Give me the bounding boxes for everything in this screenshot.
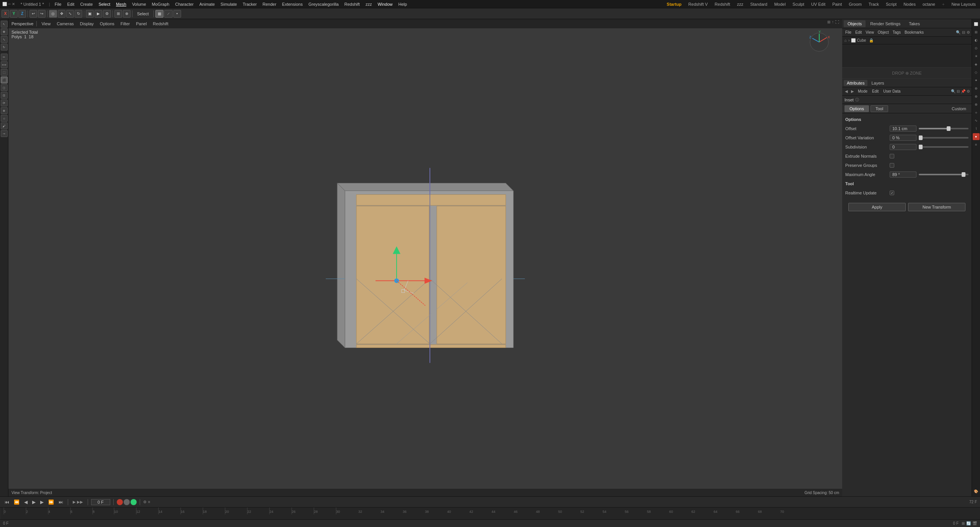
- rail-obj-btn[interactable]: ⬜: [973, 21, 980, 28]
- tab-render-settings[interactable]: Render Settings: [866, 20, 904, 27]
- cameras-menu[interactable]: Cameras: [55, 21, 75, 26]
- knife-tool-btn[interactable]: ✂: [1, 54, 8, 60]
- menu-mesh[interactable]: Mesh: [113, 1, 129, 7]
- attr-settings-icon[interactable]: ⚙: [967, 89, 970, 93]
- menu-volume[interactable]: Volume: [129, 1, 149, 7]
- menu-simulate[interactable]: Simulate: [218, 1, 240, 7]
- rail-spline-btn[interactable]: ∿: [973, 117, 980, 124]
- new-transform-button[interactable]: New Transform: [908, 203, 965, 211]
- tl-icon1[interactable]: ⊞: [962, 521, 965, 525]
- tool-tab[interactable]: Tool: [871, 105, 888, 112]
- bevel-tool-btn[interactable]: ◻: [1, 84, 8, 91]
- menu-tracker[interactable]: Tracker: [240, 1, 260, 7]
- snap-btn[interactable]: ⊕: [123, 10, 131, 18]
- bridge-tool-btn[interactable]: ⟺: [1, 61, 8, 68]
- layout-uvedit[interactable]: UV Edit: [809, 2, 827, 7]
- viewport-icon2[interactable]: ↑: [832, 20, 834, 24]
- current-frame-input[interactable]: [91, 499, 110, 505]
- realtime-update-checkbox[interactable]: [890, 191, 894, 195]
- tab-layers[interactable]: Layers: [868, 80, 887, 86]
- layout-track[interactable]: Track: [867, 2, 881, 7]
- offset-value[interactable]: 10.1 cm: [890, 126, 916, 132]
- layout-paint[interactable]: Paint: [830, 2, 844, 7]
- offset-var-slider[interactable]: [919, 137, 969, 139]
- render-btn[interactable]: ▶: [95, 10, 102, 18]
- grid-btn[interactable]: ⊞: [114, 10, 122, 18]
- redo-btn[interactable]: ↪: [38, 10, 46, 18]
- rail-mograph-btn[interactable]: ⊛: [973, 85, 980, 92]
- layout-sculpt[interactable]: Sculpt: [791, 2, 806, 7]
- auto-key-btn[interactable]: [124, 499, 130, 505]
- rail-light-btn[interactable]: ☀: [973, 53, 980, 60]
- attr-userdata-menu[interactable]: User Data: [881, 89, 902, 94]
- viewport[interactable]: Perspective View Cameras Display Options…: [8, 19, 842, 496]
- next-frame-btn[interactable]: ⏩: [47, 499, 56, 506]
- settings-icon[interactable]: ⚙: [967, 30, 970, 34]
- offset-var-value[interactable]: 0 %: [890, 135, 916, 141]
- tab-objects[interactable]: Objects: [844, 20, 866, 27]
- render-settings-btn[interactable]: ⚙: [103, 10, 111, 18]
- menu-zzz[interactable]: zzz: [363, 1, 375, 7]
- layout-model[interactable]: Model: [772, 2, 787, 7]
- menu-render[interactable]: Render: [260, 1, 279, 7]
- options-tab[interactable]: Options: [844, 105, 869, 112]
- record-btn[interactable]: [117, 499, 123, 505]
- layout-nodes[interactable]: Nodes: [902, 2, 918, 7]
- rail-redshift-btn[interactable]: ●: [973, 133, 980, 140]
- layout-script[interactable]: Script: [884, 2, 898, 7]
- max-angle-value[interactable]: 89 °: [890, 171, 916, 178]
- rail-scene-btn[interactable]: ⊞: [973, 29, 980, 36]
- obj-edit-menu[interactable]: Edit: [854, 30, 863, 35]
- rotate-tool-btn[interactable]: ↻: [1, 44, 8, 51]
- layout-zzz[interactable]: zzz: [735, 2, 745, 7]
- subdivision-slider[interactable]: [919, 146, 969, 148]
- rail-gen-btn[interactable]: ⊗: [973, 101, 980, 108]
- rail-list-btn[interactable]: ≡: [973, 141, 980, 148]
- magnet-tool-btn[interactable]: ⊸: [1, 130, 8, 137]
- rail-field-btn[interactable]: ⌇: [973, 125, 980, 132]
- attr-next-btn[interactable]: ▶: [850, 89, 855, 93]
- rail-mat-btn[interactable]: ◈: [973, 61, 980, 68]
- next-btn[interactable]: ▶: [39, 499, 45, 506]
- attr-prev-btn[interactable]: ◀: [844, 89, 849, 93]
- menu-greyscalegorilla[interactable]: Greyscalegorilla: [306, 1, 341, 7]
- rail-geo-btn[interactable]: ◇: [973, 69, 980, 76]
- move-btn[interactable]: ✥: [58, 10, 65, 18]
- axis-y-btn[interactable]: Y: [10, 10, 18, 18]
- offset-slider[interactable]: [919, 128, 969, 129]
- rail-camera-btn[interactable]: ⊙: [973, 45, 980, 52]
- obj-bookmarks-menu[interactable]: Bookmarks: [903, 30, 925, 35]
- timeline-ruler[interactable]: 0 2 4 6 8 10 12 14 16 18 20 22 24 26 28 …: [0, 507, 980, 519]
- tl-more-btn[interactable]: ≡: [148, 500, 150, 504]
- menu-mograph[interactable]: MoGraph: [149, 1, 172, 7]
- attr-filter-icon[interactable]: ⊟: [957, 89, 960, 93]
- attr-search-icon[interactable]: 🔍: [951, 89, 956, 93]
- apply-button[interactable]: Apply: [848, 203, 906, 211]
- panel-menu[interactable]: Panel: [134, 21, 148, 26]
- tab-attributes[interactable]: Attributes: [844, 80, 867, 86]
- layout-startup[interactable]: Startup: [665, 2, 684, 7]
- filter-menu[interactable]: Filter: [119, 21, 131, 26]
- menu-edit[interactable]: Edit: [64, 1, 77, 7]
- obj-view-menu[interactable]: View: [864, 30, 875, 35]
- play-btn[interactable]: ▶: [31, 499, 37, 506]
- attr-pin-icon[interactable]: 📌: [961, 89, 965, 93]
- layout-standard[interactable]: Standard: [748, 2, 769, 7]
- redshift-menu[interactable]: Redshift: [151, 21, 170, 26]
- rail-deformer-btn[interactable]: ⊕: [973, 93, 980, 100]
- layout-new[interactable]: New Layouts: [949, 2, 978, 7]
- scale-btn[interactable]: ⤡: [66, 10, 74, 18]
- cube-breadcrumb[interactable]: ⬜ Cube: [851, 38, 866, 42]
- tl-icon3[interactable]: 🎬: [972, 521, 977, 525]
- obj-file-menu[interactable]: File: [844, 30, 853, 35]
- select-tool-btn[interactable]: ↖: [1, 21, 8, 28]
- render-region-btn[interactable]: ▣: [86, 10, 94, 18]
- viewport-icon3[interactable]: ⛶: [835, 20, 839, 24]
- extrude-normals-checkbox[interactable]: [890, 154, 894, 158]
- extrude-tool-btn[interactable]: ⬚: [1, 69, 8, 76]
- slide-tool-btn[interactable]: ⟤: [1, 115, 8, 122]
- tab-takes[interactable]: Takes: [905, 20, 924, 27]
- rail-paint-btn[interactable]: 🎨: [973, 488, 980, 495]
- brush-tool-btn[interactable]: 🖌: [1, 122, 8, 129]
- attr-mode-menu[interactable]: Mode: [856, 89, 869, 94]
